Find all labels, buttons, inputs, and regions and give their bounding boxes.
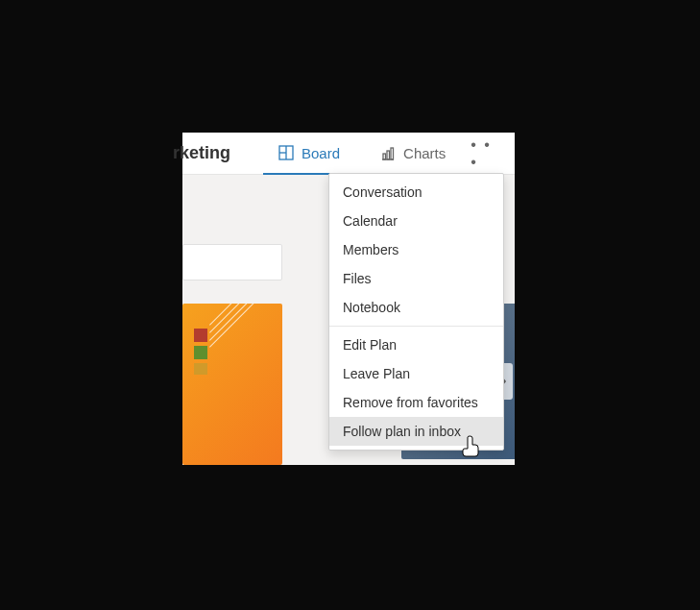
card-input-placeholder[interactable] <box>182 244 282 281</box>
card-decoration <box>205 323 282 409</box>
dropdown-item[interactable]: Conversation <box>329 178 503 207</box>
task-card-orange[interactable] <box>182 304 282 465</box>
tab-charts-label: Charts <box>403 145 446 161</box>
dropdown-item[interactable]: Notebook <box>329 293 503 322</box>
dropdown-item[interactable]: Members <box>329 235 503 264</box>
svg-rect-5 <box>387 151 390 159</box>
tab-board-label: Board <box>302 145 340 161</box>
more-menu-button[interactable]: • • • <box>461 129 505 179</box>
dropdown-item[interactable]: Leave Plan <box>329 359 503 388</box>
plan-options-dropdown: ConversationCalendarMembersFilesNotebook… <box>328 173 504 451</box>
dropdown-item[interactable]: Calendar <box>329 207 503 235</box>
tab-charts[interactable]: Charts <box>365 133 461 175</box>
board-icon <box>278 145 294 160</box>
dropdown-item[interactable]: Follow plan in inbox <box>329 417 503 446</box>
dropdown-section-actions: Edit PlanLeave PlanRemove from favorites… <box>329 326 503 450</box>
dropdown-section-nav: ConversationCalendarMembersFilesNotebook <box>329 174 503 326</box>
charts-icon <box>380 146 396 161</box>
dropdown-item[interactable]: Remove from favorites <box>329 388 503 417</box>
svg-rect-4 <box>383 154 386 159</box>
plan-title: rketing <box>173 143 230 163</box>
dropdown-item[interactable]: Edit Plan <box>329 330 503 359</box>
header: rketing Board Charts • • • <box>182 133 515 175</box>
dropdown-item[interactable]: Files <box>329 264 503 293</box>
svg-rect-6 <box>391 148 394 159</box>
tab-board[interactable]: Board <box>263 133 355 175</box>
